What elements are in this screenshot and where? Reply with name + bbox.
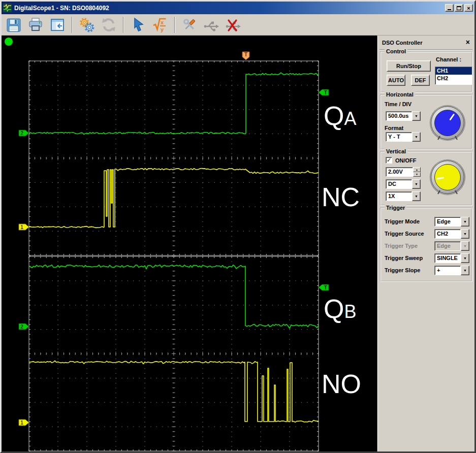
svg-text:T: T: [324, 90, 327, 95]
dropdown-arrow-icon[interactable]: [412, 132, 421, 142]
knob-pointer: [436, 177, 444, 180]
close-button[interactable]: ×: [464, 4, 473, 12]
trigger-slope-label: Trigger Slope: [385, 267, 420, 273]
refresh-icon: [101, 17, 117, 33]
coupling-select[interactable]: DC: [386, 179, 421, 189]
math-button[interactable]: xy: [151, 16, 169, 34]
control-legend: Control: [385, 48, 407, 54]
svg-text:1: 1: [20, 420, 23, 426]
format-label: Format: [385, 125, 403, 131]
auto-button[interactable]: AUTO: [387, 75, 405, 86]
toolbar-separator: [72, 17, 73, 33]
onoff-checkbox[interactable]: ✓: [386, 157, 392, 164]
dropdown-arrow-icon[interactable]: [461, 266, 469, 275]
dropdown-arrow-icon[interactable]: [412, 179, 421, 189]
usb-disconnect-button[interactable]: [224, 16, 242, 34]
dropdown-arrow-icon[interactable]: [461, 229, 469, 239]
ch1-trace-bottom: [29, 361, 319, 422]
svg-text:x: x: [161, 19, 164, 25]
horizontal-group: Horizontal Time / DIV 500.0us Format Y -…: [380, 94, 472, 149]
channel-listbox[interactable]: CH1CH2: [435, 67, 472, 85]
math-icon: xy: [152, 17, 168, 33]
channel-label: Channel :: [436, 56, 461, 62]
svg-text:T: T: [244, 52, 247, 57]
channel-option-ch2[interactable]: CH2: [435, 75, 472, 82]
minimize-icon: [448, 9, 451, 10]
dropdown-arrow-icon[interactable]: [461, 217, 469, 226]
usb-connect-button[interactable]: [202, 16, 220, 34]
tools-icon: [181, 17, 198, 33]
format-select[interactable]: Y - T: [386, 132, 421, 142]
spin-down-icon[interactable]: [413, 172, 421, 177]
ch1-trace-top: [29, 169, 319, 228]
vertical-legend: Vertical: [385, 148, 407, 154]
spin-up-icon[interactable]: [413, 167, 421, 172]
trigger-level-marker-bottom[interactable]: T: [319, 284, 329, 290]
toolbar-separator: [174, 17, 175, 33]
usb-disconnect-icon: [225, 17, 241, 33]
svg-text:2: 2: [20, 324, 23, 330]
trigger-mode-label: Trigger Mode: [385, 218, 420, 224]
trace-label-qa: QA: [324, 103, 356, 129]
trigger-source-select[interactable]: CH2: [434, 229, 469, 239]
svg-text:T: T: [324, 285, 327, 290]
ch1-position-marker-bottom[interactable]: 1: [19, 419, 29, 426]
cursor-icon: [130, 17, 146, 33]
ch1-position-marker-top[interactable]: 1: [19, 224, 29, 230]
ch2-trace-bottom: [29, 265, 319, 329]
onoff-label: ON/OFF: [395, 157, 417, 164]
trigger-sweep-select[interactable]: SINGLE: [434, 253, 469, 263]
probe-select[interactable]: 1X: [386, 191, 421, 201]
acquisition-status-light: [5, 38, 13, 46]
run-stop-button[interactable]: Run/Stop: [387, 60, 431, 72]
window-title: DigitalScope1 - SN: DSO0804092: [14, 5, 442, 12]
vertical-group: Vertical ✓ ON/OFF 2.00V DC 1X: [380, 151, 472, 206]
trigger-mode-select[interactable]: Edge: [434, 217, 469, 226]
volt-scale-spinner[interactable]: 2.00V: [386, 167, 421, 177]
trigger-group: Trigger Trigger ModeEdgeTrigger SourceCH…: [380, 208, 472, 282]
print-button[interactable]: [26, 16, 45, 34]
trace-label-qb: QB: [324, 296, 356, 322]
dropdown-arrow-icon[interactable]: [461, 253, 469, 263]
save-button[interactable]: [5, 16, 23, 34]
svg-text:y: y: [161, 26, 164, 33]
settings-button[interactable]: [78, 16, 96, 34]
tools-button[interactable]: [180, 16, 199, 34]
refresh-button[interactable]: [100, 16, 118, 34]
panel-layout-icon: [49, 17, 66, 33]
minimize-button[interactable]: [445, 4, 454, 12]
cursor-button[interactable]: [129, 16, 147, 34]
channel-option-ch1[interactable]: CH1: [435, 67, 472, 75]
trace-label-no: NO: [322, 371, 361, 397]
scope-canvas: TT21T21: [2, 36, 377, 451]
vertical-knob[interactable]: [430, 159, 465, 195]
toolbar: xy: [2, 14, 474, 36]
panel-close-icon[interactable]: ×: [466, 38, 470, 46]
horizontal-knob[interactable]: [430, 105, 465, 141]
trigger-type-label: Trigger Type: [385, 243, 418, 249]
control-group: Control Run/Stop AUTO DEF Channel : CH1C…: [380, 51, 472, 92]
ch2-trace-top: [29, 73, 319, 134]
save-icon: [6, 17, 22, 33]
dropdown-arrow-icon[interactable]: [412, 111, 421, 121]
time-div-select[interactable]: 500.0us: [386, 111, 421, 121]
trigger-slope-select[interactable]: +: [434, 266, 469, 275]
trigger-type-select: Edge: [434, 241, 469, 251]
graticule: [29, 61, 319, 255]
ch2-position-marker-bottom[interactable]: 2: [19, 323, 29, 330]
trigger-sweep-label: Trigger Sweep: [385, 255, 423, 261]
trigger-level-marker-top[interactable]: T: [319, 89, 329, 95]
trigger-source-label: Trigger Source: [385, 231, 424, 237]
ch2-position-marker-top[interactable]: 2: [19, 130, 29, 136]
trigger-position-marker[interactable]: T: [242, 52, 249, 60]
dropdown-arrow-icon[interactable]: [412, 191, 421, 201]
title-bar[interactable]: DigitalScope1 - SN: DSO0804092 ×: [2, 2, 474, 14]
knob-pointer: [449, 113, 455, 120]
def-button[interactable]: DEF: [411, 75, 430, 86]
scope-display: TT21T21 QANCQBNO: [2, 36, 377, 451]
panel-layout-button[interactable]: [48, 16, 67, 34]
maximize-button[interactable]: [455, 4, 463, 12]
toolbar-separator: [123, 17, 124, 33]
trigger-legend: Trigger: [385, 205, 406, 211]
app-icon: [3, 4, 12, 12]
